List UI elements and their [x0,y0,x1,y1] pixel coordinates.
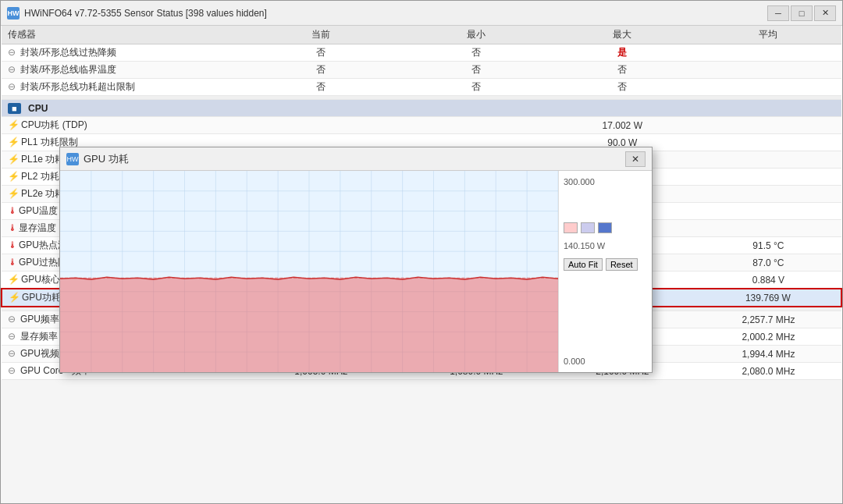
red-value: 是 [617,47,627,58]
current-val [239,117,404,134]
window-title: HWiNFO64 v7.72-5355 Sensor Status [398 v… [24,8,267,19]
minus-icon: ⊖ [8,348,19,359]
modal-body: 300.000 140.150 W Auto Fit Reset [60,171,652,372]
color-legend [564,222,647,233]
section-header-cpu: ■ CPU [2,100,841,117]
thermo-icon: 🌡 [8,205,17,216]
min-val: 否 [404,79,550,96]
col-header-name: 传感器 [2,26,239,44]
lightning-icon: ⚡ [9,292,20,303]
min-val: 否 [404,44,550,62]
chart-area [60,171,558,372]
avg-val: 2,000.2 MHz [695,328,841,346]
avg-val [695,117,841,134]
color-box-2 [581,222,595,233]
lightning-icon: ⚡ [8,154,20,165]
sensor-name: ⊖封装/环形总线过热降频 [2,44,239,62]
sensor-name: ⚡CPU功耗 (TDP) [2,117,239,134]
avg-val [695,62,841,79]
main-content: 传感器 当前 最小 最大 平均 ⊖封装/环形总线过热降频 否 否 是 ⊖封装/环 [1,26,842,503]
table-row: ⊖封装/环形总线功耗超出限制 否 否 否 [2,79,841,96]
avg-val [695,186,841,203]
avg-val: 87.0 °C [695,254,841,272]
chart-svg [60,171,558,372]
min-val: 否 [404,62,550,79]
avg-val [695,134,841,151]
minus-icon: ⊖ [8,81,19,92]
chart-sidebar: 300.000 140.150 W Auto Fit Reset [558,171,652,372]
table-row: ⚡CPU功耗 (TDP) 17.002 W [2,117,841,134]
avg-val: 0.884 V [695,272,841,289]
y-axis-top: 300.000 [564,177,647,186]
sensor-name: ⊖封装/环形总线功耗超出限制 [2,79,239,96]
svg-rect-26 [60,278,558,372]
col-header-avg: 平均 [695,26,841,44]
current-val: 否 [239,62,404,79]
main-window: HW HWiNFO64 v7.72-5355 Sensor Status [39… [0,0,843,504]
avg-val [695,169,841,186]
max-val: 17.002 W [550,117,695,134]
col-header-min: 最小 [404,26,550,44]
modal-title-bar: HW GPU 功耗 ✕ [60,147,652,171]
auto-fit-button[interactable]: Auto Fit [564,258,603,271]
avg-val: 2,257.7 MHz [695,311,841,328]
avg-val: 2,080.0 MHz [695,363,841,380]
y-axis-bottom: 0.000 [564,357,647,366]
lightning-icon: ⚡ [8,137,20,147]
col-header-current: 当前 [239,26,404,44]
minus-icon: ⊖ [8,365,19,376]
min-val [404,117,550,134]
avg-val [695,220,841,237]
modal-app-icon: HW [66,153,79,165]
chart-controls: Auto Fit Reset [564,258,647,271]
minus-icon: ⊖ [8,64,19,75]
avg-val [695,151,841,169]
color-box-1 [564,222,578,233]
avg-val [695,79,841,96]
minus-icon: ⊖ [8,47,19,58]
thermo-icon: 🌡 [8,257,17,268]
avg-val [695,44,841,62]
title-bar-left: HW HWiNFO64 v7.72-5355 Sensor Status [39… [7,7,267,20]
lightning-icon: ⚡ [8,188,20,199]
avg-val [695,203,841,220]
modal-title: GPU 功耗 [84,152,129,166]
app-icon: HW [7,7,20,20]
window-controls: ─ □ ✕ [767,5,836,21]
minus-icon: ⊖ [8,314,19,325]
section-title: ■ CPU [2,100,841,117]
minimize-button[interactable]: ─ [767,5,789,21]
close-button[interactable]: ✕ [814,5,836,21]
y-axis-mid: 140.150 W [564,241,647,250]
lightning-icon: ⚡ [8,274,20,285]
avg-val: 1,994.4 MHz [695,346,841,363]
thermo-icon: 🌡 [8,222,17,233]
maximize-button[interactable]: □ [791,5,813,21]
col-header-max: 最大 [550,26,695,44]
lightning-icon: ⚡ [8,171,20,182]
avg-val: 139.769 W [695,289,841,307]
current-val: 否 [239,44,404,62]
current-val: 否 [239,79,404,96]
table-row: ⊖封装/环形总线临界温度 否 否 否 [2,62,841,79]
max-val: 是 [550,44,695,62]
max-val: 否 [550,79,695,96]
thermo-icon: 🌡 [8,240,17,250]
color-box-3 [598,222,612,233]
modal-close-button[interactable]: ✕ [625,151,646,167]
sensor-name: ⊖封装/环形总线临界温度 [2,62,239,79]
minus-icon: ⊖ [8,331,19,342]
avg-val: 91.5 °C [695,237,841,254]
lightning-icon: ⚡ [8,119,20,130]
gpu-power-modal[interactable]: HW GPU 功耗 ✕ [59,147,653,373]
max-val: 否 [550,62,695,79]
modal-title-left: HW GPU 功耗 [66,152,129,166]
table-row: ⊖封装/环形总线过热降频 否 否 是 [2,44,841,62]
reset-button[interactable]: Reset [606,258,638,271]
title-bar: HW HWiNFO64 v7.72-5355 Sensor Status [39… [1,1,842,26]
